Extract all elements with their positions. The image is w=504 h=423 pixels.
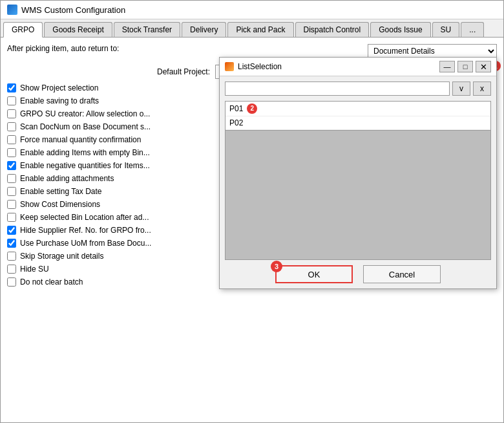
dialog-close-button[interactable]: ✕ bbox=[476, 61, 491, 72]
main-window: WMS Custom Configuration GRPO Goods Rece… bbox=[0, 0, 504, 423]
tab-delivery[interactable]: Delivery bbox=[182, 22, 226, 37]
dialog-window-controls: — □ ✕ bbox=[439, 61, 491, 72]
dialog-ok-button[interactable]: 3 OK bbox=[275, 265, 353, 283]
dialog-title-text: ListSelection bbox=[238, 62, 282, 71]
dialog-restore-button[interactable]: □ bbox=[457, 61, 473, 72]
dialog-search-input[interactable] bbox=[225, 81, 450, 96]
app-icon bbox=[7, 5, 17, 15]
tab-su[interactable]: SU bbox=[432, 22, 460, 37]
dialog-ok-label: OK bbox=[308, 270, 320, 279]
dialog-title-bar: ListSelection — □ ✕ bbox=[220, 58, 496, 76]
dialog-overlay: ListSelection — □ ✕ v x bbox=[1, 38, 503, 422]
dialog-v-button[interactable]: v bbox=[452, 81, 470, 96]
list-item-p01-label: P01 bbox=[229, 104, 243, 113]
title-bar: WMS Custom Configuration bbox=[1, 1, 503, 19]
dialog-title-left: ListSelection bbox=[225, 62, 282, 71]
dialog-x-button[interactable]: x bbox=[473, 81, 491, 96]
dialog-minimize-button[interactable]: — bbox=[439, 61, 455, 72]
tab-bar: GRPO Goods Receipt Stock Transfer Delive… bbox=[1, 19, 503, 38]
list-item-p02[interactable]: P02 bbox=[226, 116, 490, 130]
dialog-cancel-button[interactable]: Cancel bbox=[363, 265, 441, 283]
tab-pick-and-pack[interactable]: Pick and Pack bbox=[227, 22, 293, 37]
tab-grpo[interactable]: GRPO bbox=[3, 22, 43, 38]
dialog-footer: 3 OK Cancel bbox=[220, 260, 496, 288]
dialog-search-row: v x bbox=[220, 76, 496, 101]
list-item-p01[interactable]: P01 2 bbox=[226, 102, 490, 116]
list-selection-dialog: ListSelection — □ ✕ v x bbox=[219, 57, 497, 289]
tab-more[interactable]: ... bbox=[461, 22, 484, 37]
window-title: WMS Custom Configuration bbox=[21, 5, 125, 15]
tab-goods-issue[interactable]: Goods Issue bbox=[370, 22, 430, 37]
tab-dispatch-control[interactable]: Dispatch Control bbox=[295, 22, 370, 37]
tab-stock-transfer[interactable]: Stock Transfer bbox=[114, 22, 180, 37]
tab-goods-receipt[interactable]: Goods Receipt bbox=[44, 22, 112, 37]
list-item-p02-label: P02 bbox=[229, 118, 243, 127]
badge-3: 3 bbox=[271, 261, 282, 272]
dialog-app-icon bbox=[225, 62, 234, 71]
main-content: After picking item, auto return to: Docu… bbox=[1, 38, 503, 422]
dialog-gray-area bbox=[225, 131, 491, 260]
badge-2: 2 bbox=[247, 103, 257, 114]
dialog-list-area: P01 2 P02 bbox=[225, 101, 491, 131]
